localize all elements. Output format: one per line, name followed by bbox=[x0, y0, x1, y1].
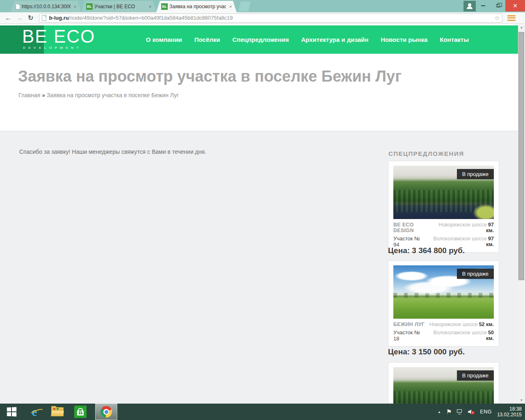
folder-icon bbox=[51, 407, 64, 416]
bookmark-star-icon[interactable]: ☆ bbox=[494, 14, 500, 22]
site-favicon-icon: BL bbox=[161, 3, 168, 10]
url-path: /node/49/done?sid=57&token=b00a49f1da584… bbox=[69, 15, 233, 21]
url-domain: b-lug.ru bbox=[49, 15, 68, 21]
sidebar-title: СПЕЦПРЕДЛОЖЕНИЯ bbox=[388, 150, 464, 157]
generic-page-icon bbox=[16, 4, 20, 9]
offer-price-1: Цена: 3 364 800 руб. bbox=[388, 246, 465, 255]
nav-market-news[interactable]: Новости рынка bbox=[381, 36, 427, 43]
close-button[interactable]: ✕ bbox=[505, 0, 525, 11]
internet-explorer-icon: e bbox=[32, 406, 37, 418]
offer-info: БЕЖИН ЛУГ Новорижское шоссе 52 км. Участ… bbox=[393, 322, 494, 342]
content-area: Спасибо за заявку! Наши менеджеры свяжут… bbox=[0, 131, 518, 404]
site-header: BE ECO DEVELOPMENT О компании Посёлки Сп… bbox=[0, 25, 518, 54]
breadcrumb: Главная»Заявка на просмотр участка в пос… bbox=[18, 92, 179, 98]
logo-subtitle: DEVELOPMENT bbox=[23, 46, 82, 50]
offer-photo-meadow-sky: В продаже bbox=[393, 265, 494, 319]
offer-road-1: Новорижское шоссе 97 км. bbox=[433, 222, 494, 233]
nav-contacts[interactable]: Контакты bbox=[440, 36, 469, 43]
forward-button[interactable]: → bbox=[16, 14, 23, 22]
offer-photo-forest-lake: В продаже bbox=[393, 367, 494, 404]
browser-tab-2[interactable]: BL Участки | BE ECO × bbox=[81, 1, 156, 12]
tray-clock[interactable]: 18:38 13.02.2015 bbox=[497, 406, 522, 418]
scrollbar-thumb[interactable] bbox=[518, 32, 524, 280]
url-text: b-lug.ru/node/49/done?sid=57&token=b00a4… bbox=[49, 15, 494, 21]
close-icon: ✕ bbox=[513, 2, 518, 9]
offer-card-3[interactable]: В продаже bbox=[388, 362, 499, 404]
reload-button[interactable]: ↻ bbox=[28, 14, 33, 22]
tray-date: 13.02.2015 bbox=[497, 412, 522, 418]
action-center-flag-icon[interactable]: ⚑ bbox=[446, 408, 452, 415]
tab-close-icon[interactable]: × bbox=[228, 4, 233, 9]
browser-titlebar: https://10.0.0.134:3000/ не × BL Участки… bbox=[0, 0, 525, 12]
address-bar[interactable]: b-lug.ru/node/49/done?sid=57&token=b00a4… bbox=[39, 14, 502, 23]
browser-toolbar: ← → ↻ b-lug.ru/node/49/done?sid=57&token… bbox=[0, 12, 525, 24]
offer-road-2: Волоколамское шоссе 50 км. bbox=[426, 330, 494, 341]
tab-title: Участки | BE ECO bbox=[94, 4, 146, 9]
browser-scrollbar[interactable]: ▲ ▼ bbox=[518, 24, 525, 404]
offer-road-2: Волоколамское шоссе 97 км. bbox=[426, 236, 494, 247]
windows-store-icon bbox=[74, 406, 87, 418]
hidden-icons-chevron-icon[interactable]: ▲ bbox=[438, 410, 441, 414]
page-title: Заявка на просмотр участка в поселке Беж… bbox=[18, 68, 402, 85]
scroll-down-icon[interactable]: ▼ bbox=[518, 397, 525, 404]
offer-card-2[interactable]: В продаже БЕЖИН ЛУГ Новорижское шоссе 52… bbox=[388, 260, 499, 347]
internet-explorer-button[interactable]: e bbox=[23, 404, 46, 420]
offer-photo-forest-lake: В продаже bbox=[393, 166, 494, 219]
file-explorer-button[interactable] bbox=[46, 404, 69, 420]
nav-architecture[interactable]: Архитектура и дизайн bbox=[301, 36, 368, 43]
tab-title: https://10.0.0.134:3000/ не bbox=[22, 4, 71, 9]
new-tab-button[interactable] bbox=[238, 2, 251, 11]
breadcrumb-separator: » bbox=[42, 92, 45, 98]
chrome-profile-button[interactable] bbox=[463, 1, 476, 11]
breadcrumb-current: Заявка на просмотр участка в поселке Беж… bbox=[47, 92, 179, 98]
windows-logo-icon bbox=[7, 407, 16, 417]
tab-title: Заявка на просмотр учас bbox=[169, 4, 226, 9]
windows-store-button[interactable] bbox=[69, 404, 92, 420]
restore-button[interactable] bbox=[491, 0, 505, 11]
offer-name: BE ECO DESIGN bbox=[393, 222, 433, 233]
windows-taskbar: e ▲ ⚑ ✕ ENG 18:38 13.02.2015 bbox=[0, 404, 525, 420]
restore-icon bbox=[496, 4, 500, 7]
volume-muted-icon[interactable]: ✕ bbox=[468, 409, 475, 415]
nav-about[interactable]: О компании bbox=[146, 36, 182, 43]
offer-card-1[interactable]: В продаже BE ECO DESIGN Новорижское шосс… bbox=[388, 161, 499, 253]
person-icon bbox=[468, 3, 471, 7]
chrome-icon bbox=[100, 406, 112, 418]
breadcrumb-home-link[interactable]: Главная bbox=[18, 92, 40, 98]
tab-close-icon[interactable]: × bbox=[147, 4, 153, 9]
status-badge: В продаже bbox=[457, 169, 494, 179]
offer-price-2: Цена: 3 150 000 руб. bbox=[388, 347, 465, 356]
site-logo[interactable]: BE ECO bbox=[22, 26, 95, 47]
offer-name: БЕЖИН ЛУГ bbox=[393, 322, 425, 327]
nav-villages[interactable]: Посёлки bbox=[194, 36, 220, 43]
tab-close-icon[interactable]: × bbox=[72, 4, 78, 9]
logo-be: BE bbox=[22, 26, 48, 46]
confirmation-message: Спасибо за заявку! Наши менеджеры свяжут… bbox=[19, 148, 206, 155]
offer-plot-number: Участок № 18 bbox=[393, 329, 426, 342]
scroll-up-icon[interactable]: ▲ bbox=[518, 24, 525, 31]
language-indicator[interactable]: ENG bbox=[480, 409, 492, 415]
minimize-button[interactable] bbox=[476, 0, 491, 11]
system-tray: ▲ ⚑ ✕ ENG 18:38 13.02.2015 bbox=[438, 404, 522, 420]
window-controls: ✕ bbox=[463, 0, 525, 12]
chrome-menu-icon[interactable] bbox=[507, 15, 516, 21]
minimize-icon bbox=[481, 5, 485, 7]
page-security-icon bbox=[42, 15, 46, 21]
logo-eco: ECO bbox=[54, 26, 95, 46]
browser-tab-active[interactable]: BL Заявка на просмотр учас × bbox=[156, 1, 237, 12]
offer-road-1: Новорижское шоссе 52 км. bbox=[429, 322, 494, 327]
tray-time: 18:38 bbox=[509, 406, 522, 412]
offer-info: BE ECO DESIGN Новорижское шоссе 97 км. У… bbox=[393, 222, 494, 248]
main-navigation: О компании Посёлки Спецпредложения Архит… bbox=[146, 25, 469, 54]
nav-special-offers[interactable]: Спецпредложения bbox=[233, 36, 289, 43]
site-favicon-icon: BL bbox=[86, 3, 93, 10]
browser-tab-1[interactable]: https://10.0.0.134:3000/ не × bbox=[11, 1, 81, 12]
desktop: https://10.0.0.134:3000/ не × BL Участки… bbox=[0, 0, 525, 420]
status-badge: В продаже bbox=[457, 370, 494, 381]
back-button[interactable]: ← bbox=[5, 14, 11, 22]
network-icon[interactable] bbox=[457, 409, 463, 414]
chrome-taskbar-button[interactable] bbox=[95, 404, 117, 420]
status-badge: В продаже bbox=[457, 269, 494, 279]
start-button[interactable] bbox=[0, 404, 23, 420]
webpage-viewport: BE ECO DEVELOPMENT О компании Посёлки Сп… bbox=[0, 24, 518, 404]
